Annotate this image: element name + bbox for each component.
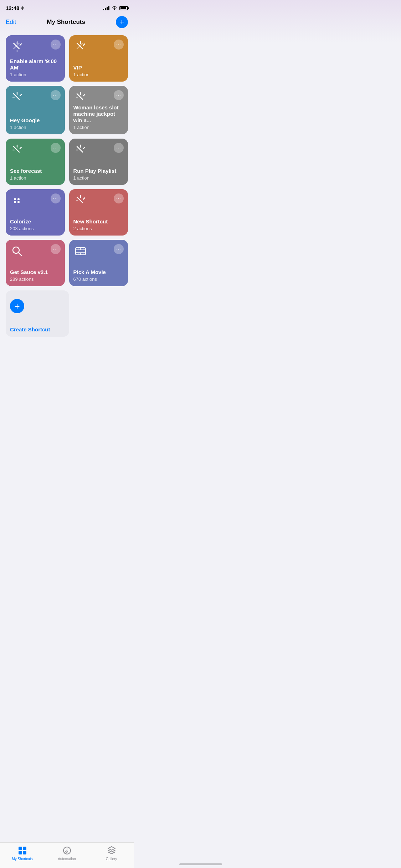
dots-icon [10, 193, 24, 208]
page-title: My Shortcuts [47, 19, 85, 26]
wand-icon [73, 193, 88, 208]
svg-line-30 [77, 197, 83, 203]
wifi-icon [112, 6, 117, 10]
svg-line-24 [83, 147, 85, 149]
more-button[interactable]: ··· [114, 40, 124, 50]
create-shortcut-label: Create Shortcut [10, 326, 50, 332]
nav-bar: Edit My Shortcuts + [0, 13, 134, 32]
status-bar: 12:48 [0, 0, 134, 13]
shortcut-card-enable-alarm[interactable]: ··· Enable alarm '9:00 AM' 1 action [6, 35, 65, 82]
shortcut-card-vip[interactable]: ··· VIP 1 action [69, 35, 128, 82]
shortcut-card-colorize[interactable]: ··· Colorize 203 actions [6, 189, 65, 236]
wand-icon [10, 143, 24, 157]
status-icons [103, 6, 128, 10]
shortcut-subtitle: 289 actions [10, 277, 61, 282]
svg-line-12 [20, 94, 21, 96]
shortcut-title: Pick A Movie [73, 269, 124, 275]
more-button[interactable]: ··· [51, 143, 61, 153]
shortcut-title: Get Sauce v2.1 [10, 269, 61, 275]
svg-line-20 [20, 147, 21, 149]
create-plus-icon: + [10, 299, 24, 313]
shortcut-subtitle: 1 action [10, 125, 61, 130]
grid-row-3: ··· See forecast 1 action [6, 139, 128, 185]
create-shortcut-card[interactable]: + Create Shortcut [6, 290, 69, 337]
svg-line-22 [77, 146, 83, 152]
film-icon [73, 244, 88, 258]
wand-icon [10, 40, 24, 54]
shortcut-title: Colorize [10, 218, 61, 225]
more-button[interactable]: ··· [51, 244, 61, 254]
svg-line-9 [83, 44, 85, 45]
wand-icon [73, 143, 88, 157]
shortcut-card-hey-google[interactable]: ··· Hey Google 1 action [6, 86, 65, 134]
shortcut-card-pick-a-movie[interactable]: ··· Pick A Movie 670 actions [69, 240, 128, 286]
svg-line-4 [20, 44, 21, 45]
wand-icon [73, 40, 88, 54]
search-icon [10, 244, 24, 258]
status-time: 12:48 [6, 5, 24, 11]
shortcut-title: VIP [73, 64, 124, 71]
more-button[interactable]: ··· [51, 193, 61, 203]
shortcut-subtitle: 1 action [73, 125, 124, 130]
more-button[interactable]: ··· [51, 90, 61, 100]
tab-bar-spacer [0, 340, 134, 375]
shortcut-subtitle: 1 action [10, 72, 61, 77]
empty-grid-cell [73, 290, 128, 337]
shortcut-title: Hey Google [10, 117, 61, 124]
svg-line-16 [83, 94, 85, 96]
more-button[interactable]: ··· [114, 244, 124, 254]
shortcut-card-run-play-playlist[interactable]: ··· Run Play Playlist 1 action [69, 139, 128, 185]
more-button[interactable]: ··· [114, 193, 124, 203]
time-display: 12:48 [6, 5, 19, 11]
location-icon [21, 6, 24, 10]
svg-line-18 [14, 146, 19, 152]
shortcuts-grid: ··· Enable alarm '9:00 AM' 1 action [6, 35, 128, 337]
shortcut-title: See forecast [10, 168, 61, 174]
grid-row-2: ··· Hey Google 1 action [6, 86, 128, 134]
wand-icon [73, 90, 88, 104]
shortcut-card-woman-loses[interactable]: ··· Woman loses slot machine jackpot win… [69, 86, 128, 134]
grid-row-1: ··· Enable alarm '9:00 AM' 1 action [6, 35, 128, 82]
shortcut-subtitle: 2 actions [73, 226, 124, 231]
shortcut-card-new-shortcut[interactable]: ··· New Shortcut 2 actions [69, 189, 128, 236]
more-button[interactable]: ··· [114, 143, 124, 153]
svg-line-10 [14, 94, 19, 99]
shortcut-title: Run Play Playlist [73, 168, 124, 174]
svg-point-28 [14, 201, 16, 203]
shortcut-card-get-sauce[interactable]: ··· Get Sauce v2.1 289 actions [6, 240, 65, 286]
shortcut-subtitle: 670 actions [73, 277, 124, 282]
grid-row-5: ··· Get Sauce v2.1 289 actions [6, 240, 128, 286]
shortcut-subtitle: 1 action [73, 72, 124, 77]
shortcut-title: New Shortcut [73, 218, 124, 225]
svg-line-32 [83, 198, 85, 199]
svg-point-29 [17, 201, 20, 203]
more-button[interactable]: ··· [51, 40, 61, 50]
shortcut-subtitle: 203 actions [10, 226, 61, 231]
add-shortcut-button[interactable]: + [116, 16, 128, 28]
svg-point-0 [114, 9, 115, 10]
edit-button[interactable]: Edit [6, 19, 16, 26]
more-button[interactable]: ··· [114, 90, 124, 100]
shortcuts-content: ··· Enable alarm '9:00 AM' 1 action [0, 32, 134, 340]
battery-icon [119, 6, 128, 10]
shortcut-title: Woman loses slot machine jackpot win a..… [73, 104, 124, 124]
grid-row-4: ··· Colorize 203 actions [6, 189, 128, 236]
svg-point-26 [14, 198, 16, 200]
signal-icon [103, 6, 109, 10]
svg-point-27 [17, 198, 20, 200]
grid-row-6: + Create Shortcut [6, 290, 128, 337]
shortcut-title: Enable alarm '9:00 AM' [10, 58, 61, 71]
shortcut-subtitle: 1 action [73, 175, 124, 181]
shortcut-subtitle: 1 action [10, 175, 61, 181]
wand-icon [10, 90, 24, 104]
shortcut-card-see-forecast[interactable]: ··· See forecast 1 action [6, 139, 65, 185]
svg-line-35 [19, 253, 21, 255]
plus-icon: + [120, 18, 124, 26]
svg-line-14 [77, 94, 83, 99]
